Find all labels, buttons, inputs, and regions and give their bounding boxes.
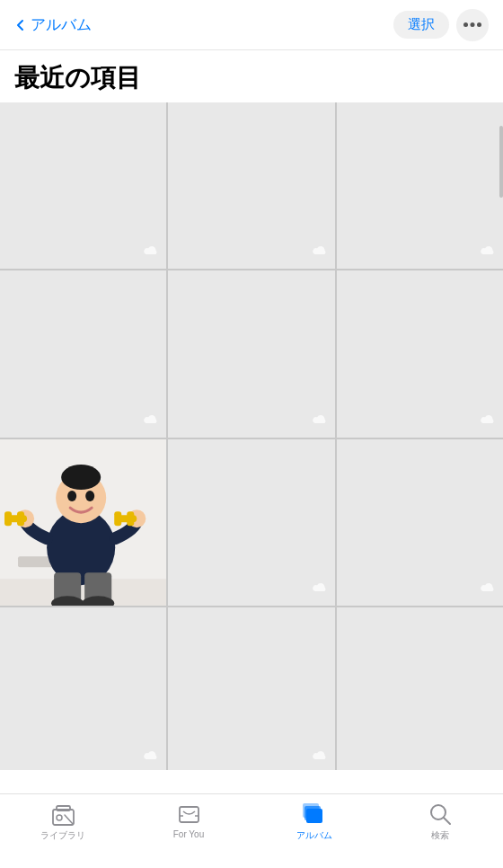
albums-icon [302,802,327,827]
tab-albums[interactable]: アルバム [252,802,377,842]
cloud-icon-4 [143,414,159,430]
svg-rect-14 [4,511,12,526]
scrollbar[interactable] [499,126,503,198]
photo-cell-7[interactable] [0,439,166,606]
library-icon [50,802,75,827]
svg-rect-17 [114,511,121,526]
svg-rect-24 [57,806,70,810]
tab-search-label: 検索 [431,829,449,842]
tab-library-label: ライブラリ [40,829,85,842]
svg-line-33 [444,818,450,824]
photo-cell-4[interactable] [0,270,166,437]
photo-cell-8[interactable] [168,439,334,606]
cloud-icon-1 [143,245,159,261]
photo-cell-10[interactable] [0,607,166,770]
select-button[interactable]: 選択 [393,11,449,39]
cloud-icon-9 [480,582,496,598]
tab-for-you[interactable]: For You [126,802,252,839]
cloud-icon-11 [312,750,328,766]
more-dots-icon [463,22,481,27]
tab-library[interactable]: ライブラリ [0,802,126,842]
photo-grid-wrapper [0,102,503,770]
nav-actions: 選択 [393,9,489,41]
svg-rect-18 [127,511,134,526]
svg-point-10 [85,491,94,501]
page-title: 最近の項目 [14,61,489,95]
photo-cell-12[interactable] [337,607,503,770]
search-icon [428,802,453,827]
photo-cell-3[interactable] [337,102,503,269]
cloud-icon-10 [143,750,159,766]
svg-point-8 [61,465,101,490]
navigation-bar: アルバム 選択 [0,0,503,50]
photo-cell-9[interactable] [337,439,503,606]
photo-cell-2[interactable] [168,102,334,269]
cloud-icon-3 [480,245,496,261]
for-you-icon [176,802,201,827]
tab-for-you-label: For You [173,829,204,839]
svg-point-25 [57,815,62,820]
photo-cell-11[interactable] [168,607,334,770]
more-button[interactable] [456,9,489,41]
cloud-icon-8 [312,582,328,598]
photo-grid [0,102,503,770]
cloud-icon-2 [312,245,328,261]
photo-cell-1[interactable] [0,102,166,269]
tab-bar: ライブラリ For You アルバム [0,793,503,868]
cloud-icon-5 [312,414,328,430]
page-title-section: 最近の項目 [0,50,503,102]
svg-rect-15 [17,511,24,526]
back-label: アルバム [31,14,92,35]
baby-photo [0,439,166,606]
cloud-icon-6 [480,414,496,430]
svg-point-2 [477,22,481,27]
svg-point-1 [471,22,475,27]
svg-rect-31 [303,803,319,818]
tab-search[interactable]: 検索 [377,802,503,842]
photo-cell-5[interactable] [168,270,334,437]
chevron-left-icon [14,19,27,31]
tab-albums-label: アルバム [296,829,332,842]
svg-point-9 [67,491,76,501]
back-button[interactable]: アルバム [14,14,92,35]
svg-point-0 [463,22,468,27]
photo-cell-6[interactable] [337,270,503,437]
